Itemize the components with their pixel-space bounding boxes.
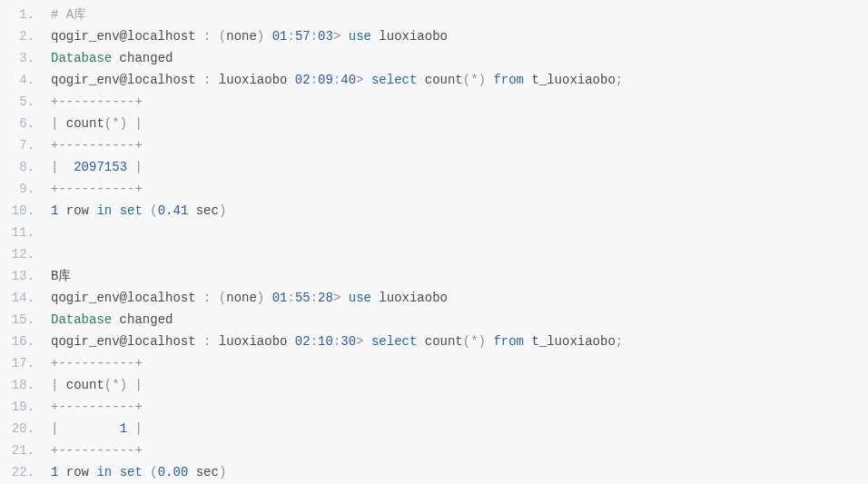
code-token: ; <box>616 334 623 349</box>
line-number: 5 <box>0 91 35 113</box>
code-token: changed <box>112 312 173 327</box>
code-token: | <box>127 421 143 436</box>
code-line: +----------+ <box>51 91 868 113</box>
code-token: ) <box>478 73 494 87</box>
code-token: t_luoxiaobo <box>524 334 616 349</box>
code-token: ) <box>120 116 127 131</box>
code-token: +----------+ <box>51 182 143 196</box>
line-number: 2 <box>0 25 35 47</box>
code-line: | count(*) | <box>51 374 868 396</box>
code-token: +----------+ <box>51 443 143 458</box>
code-token <box>112 203 119 218</box>
code-token: ; <box>616 73 623 87</box>
code-token: from <box>493 334 524 349</box>
code-token: none <box>226 291 257 305</box>
code-line: qogir_env@localhost : (none) 01:55:28> u… <box>51 287 868 309</box>
code-line: # A库 <box>51 4 868 25</box>
code-token: select <box>371 334 417 349</box>
line-number: 18 <box>0 374 35 396</box>
code-line: +----------+ <box>51 178 868 200</box>
code-token: qogir_env@localhost <box>51 291 203 305</box>
code-token: use <box>349 291 371 305</box>
code-token: 28 <box>318 291 333 305</box>
code-token: 09 <box>318 73 333 87</box>
code-token: > <box>356 334 371 349</box>
code-token: : <box>203 73 219 87</box>
code-line: Database changed <box>51 309 868 331</box>
code-token: 0.41 <box>158 203 189 218</box>
code-token: 1 <box>120 421 127 436</box>
code-line: 1 row in set (0.41 sec) <box>51 200 868 222</box>
code-token: | <box>51 378 66 392</box>
code-token: 30 <box>340 334 356 349</box>
line-number: 22 <box>0 461 35 483</box>
code-token: luoxiaobo <box>371 29 448 44</box>
code-token: ( <box>104 378 112 392</box>
code-token: > <box>333 291 349 305</box>
code-token: | <box>127 378 143 392</box>
code-token: ) <box>478 334 494 349</box>
code-token: sec <box>188 203 219 218</box>
code-line: | 2097153 | <box>51 156 868 178</box>
code-token: ) <box>257 291 272 305</box>
code-token <box>143 203 150 218</box>
code-token: > <box>356 73 371 87</box>
code-token: | <box>51 116 66 131</box>
code-token: none <box>226 29 257 44</box>
code-token <box>112 465 119 479</box>
code-token: +----------+ <box>51 356 143 370</box>
code-line: +----------+ <box>51 396 868 418</box>
code-line: qogir_env@localhost : luoxiaobo 02:09:40… <box>51 69 868 91</box>
code-line: | count(*) | <box>51 113 868 134</box>
code-token: set <box>120 465 143 479</box>
code-content[interactable]: # A库qogir_env@localhost : (none) 01:57:0… <box>42 0 868 484</box>
code-token: qogir_env@localhost <box>51 334 203 349</box>
code-token: 01 <box>272 291 288 305</box>
line-number: 16 <box>0 331 35 352</box>
code-token: ( <box>150 203 157 218</box>
line-number: 21 <box>0 440 35 461</box>
code-token: qogir_env@localhost <box>51 73 203 87</box>
code-line <box>51 222 868 243</box>
code-token: : <box>311 291 318 305</box>
line-number: 10 <box>0 200 35 222</box>
line-number: 7 <box>0 134 35 156</box>
line-number: 9 <box>0 178 35 200</box>
code-token: use <box>349 29 371 44</box>
code-token: * <box>470 334 478 349</box>
code-token: Database <box>51 51 112 65</box>
code-line: +----------+ <box>51 352 868 374</box>
code-token: : <box>311 334 318 349</box>
code-token: luoxiaobo <box>219 334 295 349</box>
line-number: 19 <box>0 396 35 418</box>
code-token: ) <box>120 378 127 392</box>
code-token: 57 <box>295 29 311 44</box>
code-line: qogir_env@localhost : (none) 01:57:03> u… <box>51 25 868 47</box>
code-token: ( <box>463 334 470 349</box>
code-token: ) <box>219 465 226 479</box>
code-line: B库 <box>51 265 868 287</box>
line-number: 14 <box>0 287 35 309</box>
code-token: +----------+ <box>51 138 143 153</box>
line-number: 4 <box>0 69 35 91</box>
code-token: sec <box>188 465 219 479</box>
code-line: 1 row in set (0.00 sec) <box>51 461 868 483</box>
code-line: Database changed <box>51 47 868 69</box>
code-token: ) <box>257 29 272 44</box>
code-token: +----------+ <box>51 94 143 109</box>
code-line: +----------+ <box>51 134 868 156</box>
code-token: row <box>58 465 96 479</box>
code-token: set <box>120 203 143 218</box>
code-token: : <box>311 73 318 87</box>
code-token: 10 <box>318 334 333 349</box>
code-line: | 1 | <box>51 418 868 440</box>
code-token: * <box>112 378 119 392</box>
code-token: t_luoxiaobo <box>524 73 616 87</box>
code-token: row <box>58 203 96 218</box>
code-token: : <box>287 29 294 44</box>
code-token: 2097153 <box>74 160 127 174</box>
line-number: 15 <box>0 309 35 331</box>
code-token: : <box>287 291 294 305</box>
line-number: 12 <box>0 243 35 265</box>
code-token: luoxiaobo <box>219 73 295 87</box>
